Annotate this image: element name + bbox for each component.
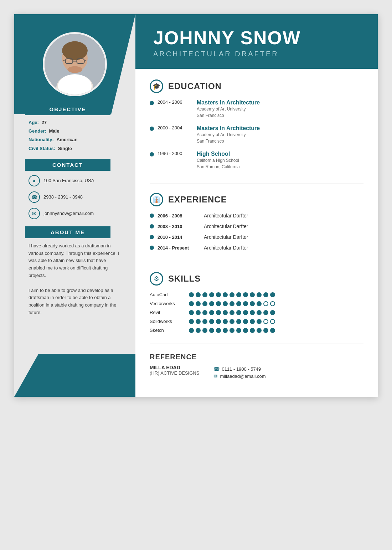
left-bottom-background bbox=[14, 354, 135, 397]
dot bbox=[196, 328, 201, 333]
dot bbox=[243, 319, 248, 324]
nationality-value: American bbox=[56, 137, 77, 142]
dot bbox=[243, 328, 248, 333]
edu-sub-2: Academy of Art University San Francisco bbox=[197, 132, 260, 144]
dot bbox=[216, 319, 221, 324]
dot bbox=[196, 292, 201, 297]
dot bbox=[243, 301, 248, 306]
exp-bullet-4 bbox=[150, 246, 154, 250]
nationality-item: Nationality: American bbox=[29, 137, 121, 143]
edu-sub-3: California High School San Ramon, Califo… bbox=[197, 157, 240, 170]
dot bbox=[257, 328, 262, 333]
resume-container: OBJECTIVE Age: 27 Gender: Male Nationali… bbox=[14, 14, 378, 397]
age-item: Age: 27 bbox=[29, 119, 121, 126]
phone-text: 2938 - 2391 - 3948 bbox=[43, 194, 83, 200]
edu-sub2-3: San Ramon, California bbox=[197, 164, 240, 169]
left-sections: OBJECTIVE Age: 27 Gender: Male Nationali… bbox=[25, 96, 125, 317]
exp-bullet-3 bbox=[150, 235, 154, 239]
skill-dots-autocad bbox=[189, 292, 275, 297]
phone-icon: ☎ bbox=[29, 191, 40, 203]
skill-revit: Revit bbox=[150, 310, 363, 315]
exp-entry-2: 2008 - 2010 Architectular Darfter bbox=[150, 223, 363, 229]
right-header: JOHNNY SNOW ARCHITECTULAR DRAFTER bbox=[135, 14, 378, 69]
skill-name-autocad: AutoCad bbox=[150, 292, 189, 297]
email-text: johnnysnow@email.com bbox=[43, 211, 94, 216]
dot bbox=[216, 310, 221, 315]
edu-details-2: Masters In Architecture Academy of Art U… bbox=[197, 125, 260, 144]
age-value: 27 bbox=[42, 120, 47, 125]
dot bbox=[223, 328, 228, 333]
nationality-label: Nationality: bbox=[29, 137, 54, 142]
civil-item: Civil Status: Single bbox=[29, 145, 121, 152]
dot bbox=[209, 319, 214, 324]
objective-items: Age: 27 Gender: Male Nationality: Americ… bbox=[25, 119, 125, 152]
reference-phone: 0111 - 1900 - 5749 bbox=[222, 366, 261, 372]
dot bbox=[209, 292, 214, 297]
skill-name-sketch: Sketch bbox=[150, 328, 189, 333]
email-row: ✉ johnnysnow@email.com bbox=[29, 208, 121, 219]
dot bbox=[236, 328, 241, 333]
reference-email-row: ✉ millaedad@email.com bbox=[213, 373, 265, 379]
photo-placeholder bbox=[45, 34, 105, 94]
dot bbox=[209, 310, 214, 315]
education-section: 🎓 EDUCATION 2004 - 2006 Masters In Archi… bbox=[150, 79, 363, 184]
education-icon: 🎓 bbox=[150, 79, 163, 93]
dot bbox=[257, 301, 262, 306]
dot bbox=[236, 310, 241, 315]
dot bbox=[263, 292, 268, 297]
edu-sub2-2: San Francisco bbox=[197, 139, 224, 144]
experience-title-row: 👔 EXPERIENCE bbox=[150, 193, 363, 206]
contact-label: CONTACT bbox=[52, 162, 83, 168]
dot bbox=[229, 328, 234, 333]
edu-details-3: High School California High School San R… bbox=[197, 151, 240, 170]
exp-role-3: Architectular Darfter bbox=[204, 234, 248, 240]
dot bbox=[189, 301, 194, 306]
reference-contact: ☎ 0111 - 1900 - 5749 ✉ millaedad@email.c… bbox=[213, 365, 265, 379]
exp-years-3: 2010 - 2014 bbox=[158, 235, 204, 240]
dot bbox=[250, 292, 255, 297]
dot bbox=[189, 319, 194, 324]
gender-item: Gender: Male bbox=[29, 128, 121, 134]
svg-point-2 bbox=[62, 41, 88, 60]
ref-email-icon: ✉ bbox=[213, 373, 218, 379]
objective-label: OBJECTIVE bbox=[49, 106, 86, 112]
dot bbox=[250, 328, 255, 333]
dot bbox=[236, 319, 241, 324]
education-title-row: 🎓 EDUCATION bbox=[150, 79, 363, 93]
reference-title: REFERENCE bbox=[150, 353, 363, 361]
reference-phone-row: ☎ 0111 - 1900 - 5749 bbox=[213, 366, 265, 372]
about-text: I have already worked as a draftsman in … bbox=[25, 242, 125, 317]
exp-years-1: 2006 - 2008 bbox=[158, 213, 204, 219]
left-column: OBJECTIVE Age: 27 Gender: Male Nationali… bbox=[14, 14, 135, 397]
dot bbox=[229, 319, 234, 324]
reference-company: (HR) ACTIVE DESIGNS bbox=[150, 370, 199, 376]
dot bbox=[189, 292, 194, 297]
reference-grid: MILLA EDAD (HR) ACTIVE DESIGNS ☎ 0111 - … bbox=[150, 365, 363, 379]
edu-years-1: 2004 - 2006 bbox=[158, 99, 197, 105]
gender-value: Male bbox=[49, 128, 59, 134]
skill-dots-vectorworks bbox=[189, 301, 275, 306]
ref-phone-icon: ☎ bbox=[213, 366, 220, 372]
dot bbox=[250, 319, 255, 324]
dot bbox=[257, 310, 262, 315]
skill-solidworks: Solidworks bbox=[150, 319, 363, 324]
skills-section: ⚙ SKILLS AutoCad Vectorworks bbox=[150, 272, 363, 344]
skill-autocad: AutoCad bbox=[150, 292, 363, 297]
skill-dots-solidworks bbox=[189, 319, 275, 324]
edu-sub1-2: Academy of Art University bbox=[197, 132, 246, 137]
dot bbox=[270, 310, 275, 315]
email-icon: ✉ bbox=[29, 208, 40, 219]
person-name: JOHNNY SNOW bbox=[153, 29, 363, 47]
dot bbox=[270, 292, 275, 297]
dot bbox=[250, 301, 255, 306]
experience-title: EXPERIENCE bbox=[168, 195, 227, 205]
dot bbox=[223, 310, 228, 315]
address-text: 100 San Francisco, USA bbox=[43, 178, 94, 183]
edu-sub-1: Academy of Art University San Francisco bbox=[197, 106, 260, 119]
dot bbox=[243, 310, 248, 315]
about-label: ABOUT ME bbox=[51, 229, 85, 235]
person-svg bbox=[45, 34, 105, 94]
edu-sub1-3: California High School bbox=[197, 158, 239, 163]
dot bbox=[263, 301, 268, 306]
dot bbox=[236, 292, 241, 297]
